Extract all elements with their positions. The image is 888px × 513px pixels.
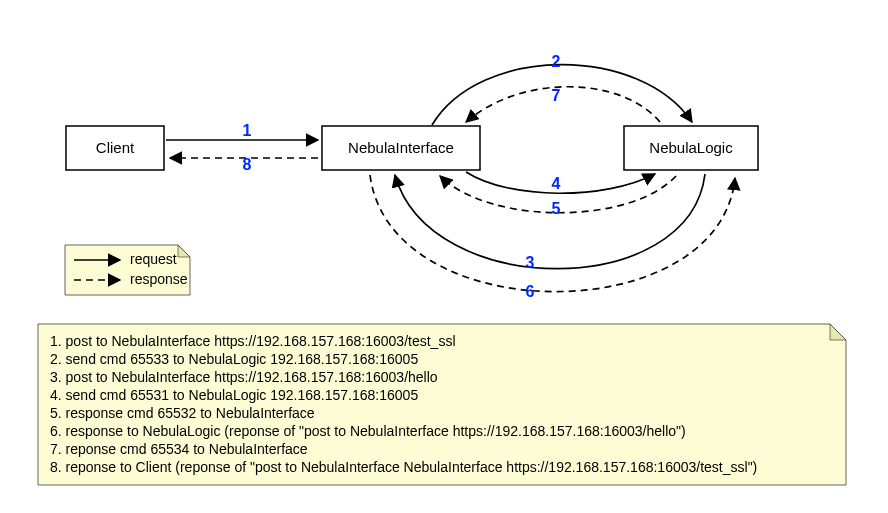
edge-2-label: 2 xyxy=(552,53,561,70)
edge-7-label: 7 xyxy=(552,87,561,104)
edge-8-label: 8 xyxy=(243,156,252,173)
step-1: 1. post to NebulaInterface https://192.1… xyxy=(50,333,456,349)
legend-response-label: response xyxy=(130,271,188,287)
step-6: 6. response to NebulaLogic (reponse of "… xyxy=(50,423,686,439)
edge-7 xyxy=(466,87,660,122)
step-8: 8. reponse to Client (reponse of "post t… xyxy=(50,459,757,475)
legend: request response xyxy=(65,245,190,295)
step-2: 2. send cmd 65533 to NebulaLogic 192.168… xyxy=(50,351,418,367)
edge-5-label: 5 xyxy=(552,200,561,217)
step-4: 4. send cmd 65531 to NebulaLogic 192.168… xyxy=(50,387,418,403)
edge-6-label: 6 xyxy=(526,283,535,300)
step-3: 3. post to NebulaInterface https://192.1… xyxy=(50,369,438,385)
edge-2 xyxy=(432,65,692,125)
edge-4 xyxy=(466,172,655,193)
step-5: 5. response cmd 65532 to NebulaInterface xyxy=(50,405,315,421)
legend-request-label: request xyxy=(130,251,177,267)
edge-3-label: 3 xyxy=(526,254,535,271)
sequence-diagram: Client NebulaInterface NebulaLogic 1 8 2… xyxy=(0,0,888,513)
edge-1-label: 1 xyxy=(243,122,252,139)
edge-3 xyxy=(395,174,705,269)
edge-4-label: 4 xyxy=(552,175,561,192)
steps-note: 1. post to NebulaInterface https://192.1… xyxy=(38,324,846,485)
node-client-label: Client xyxy=(96,139,135,156)
node-interface-label: NebulaInterface xyxy=(348,139,454,156)
node-logic-label: NebulaLogic xyxy=(649,139,733,156)
step-7: 7. reponse cmd 65534 to NebulaInterface xyxy=(50,441,308,457)
